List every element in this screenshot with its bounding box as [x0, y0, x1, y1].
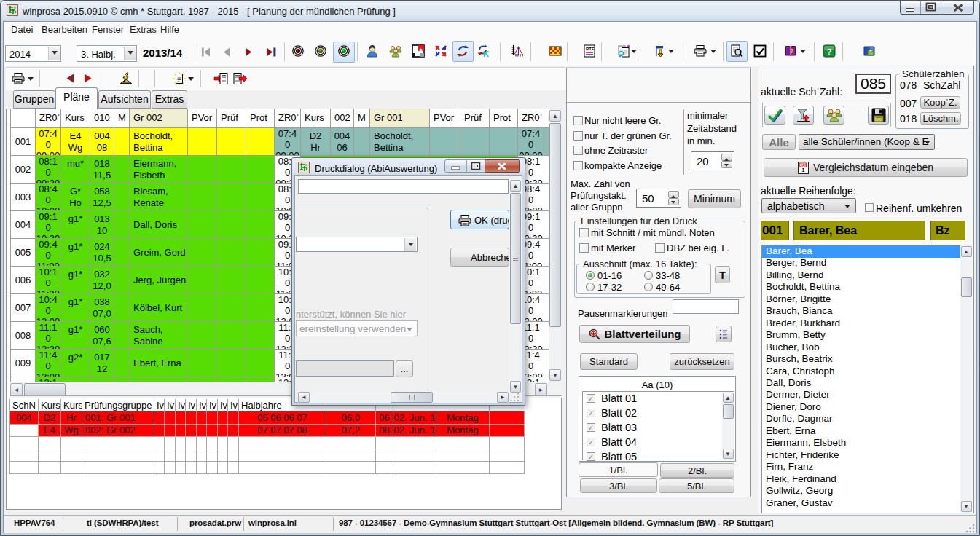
svg-text:1: 1 — [801, 167, 804, 172]
svg-text:e: e — [305, 162, 307, 167]
